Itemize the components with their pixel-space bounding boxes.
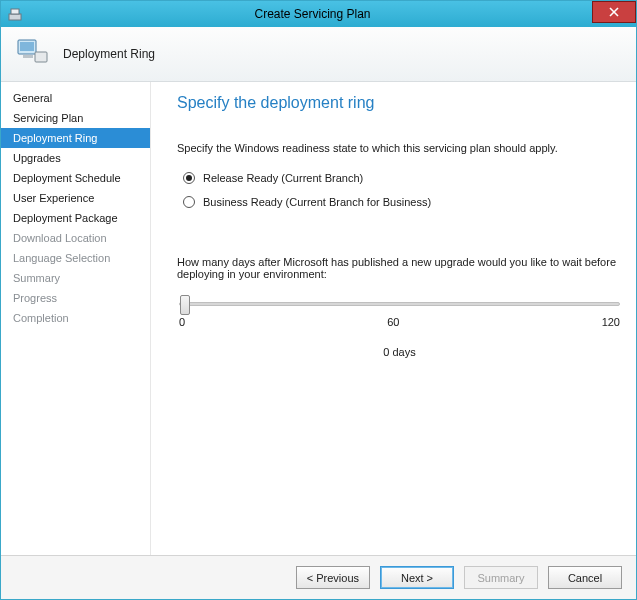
close-button[interactable] bbox=[592, 1, 636, 23]
svg-rect-0 bbox=[9, 14, 21, 20]
wizard-sidebar: General Servicing Plan Deployment Ring U… bbox=[1, 82, 151, 555]
slider-thumb[interactable] bbox=[180, 295, 190, 315]
slider-ticks: 0 60 120 bbox=[179, 316, 620, 328]
app-icon bbox=[7, 6, 23, 22]
sidebar-item-progress: Progress bbox=[1, 288, 150, 308]
sidebar-item-upgrades[interactable]: Upgrades bbox=[1, 148, 150, 168]
svg-rect-5 bbox=[20, 42, 34, 51]
slider-max: 120 bbox=[602, 316, 620, 328]
slider-min: 0 bbox=[179, 316, 185, 328]
sidebar-item-deployment-ring[interactable]: Deployment Ring bbox=[1, 128, 150, 148]
svg-rect-6 bbox=[35, 52, 47, 62]
wizard-window: Create Servicing Plan Deployment Ring Ge… bbox=[0, 0, 637, 600]
days-question: How many days after Microsoft has publis… bbox=[177, 256, 622, 280]
titlebar: Create Servicing Plan bbox=[1, 1, 636, 27]
previous-button[interactable]: < Previous bbox=[296, 566, 370, 589]
page-heading: Specify the deployment ring bbox=[177, 94, 622, 112]
svg-rect-7 bbox=[23, 55, 33, 58]
sidebar-item-language-selection: Language Selection bbox=[1, 248, 150, 268]
window-title: Create Servicing Plan bbox=[29, 7, 636, 21]
radio-label: Release Ready (Current Branch) bbox=[203, 172, 363, 184]
slider-value: 0 days bbox=[179, 346, 620, 358]
computer-icon bbox=[15, 36, 51, 72]
slider-mid: 60 bbox=[387, 316, 399, 328]
sidebar-item-summary: Summary bbox=[1, 268, 150, 288]
instruction-text: Specify the Windows readiness state to w… bbox=[177, 142, 622, 154]
wizard-main: Specify the deployment ring Specify the … bbox=[151, 82, 636, 555]
next-button[interactable]: Next > bbox=[380, 566, 454, 589]
sidebar-item-servicing-plan[interactable]: Servicing Plan bbox=[1, 108, 150, 128]
radio-icon bbox=[183, 172, 195, 184]
sidebar-item-general[interactable]: General bbox=[1, 88, 150, 108]
summary-button: Summary bbox=[464, 566, 538, 589]
radio-business-ready[interactable]: Business Ready (Current Branch for Busin… bbox=[183, 196, 622, 208]
sidebar-item-deployment-package[interactable]: Deployment Package bbox=[1, 208, 150, 228]
sidebar-item-user-experience[interactable]: User Experience bbox=[1, 188, 150, 208]
sidebar-item-deployment-schedule[interactable]: Deployment Schedule bbox=[1, 168, 150, 188]
cancel-button[interactable]: Cancel bbox=[548, 566, 622, 589]
wizard-footer: < Previous Next > Summary Cancel bbox=[1, 555, 636, 599]
slider-track bbox=[179, 302, 620, 306]
header-strip: Deployment Ring bbox=[1, 27, 636, 82]
sidebar-item-completion: Completion bbox=[1, 308, 150, 328]
radio-icon bbox=[183, 196, 195, 208]
days-slider[interactable]: 0 60 120 0 days bbox=[177, 302, 622, 358]
radio-label: Business Ready (Current Branch for Busin… bbox=[203, 196, 431, 208]
header-label: Deployment Ring bbox=[63, 47, 155, 61]
wizard-body: General Servicing Plan Deployment Ring U… bbox=[1, 82, 636, 555]
close-icon bbox=[609, 7, 619, 17]
radio-release-ready[interactable]: Release Ready (Current Branch) bbox=[183, 172, 622, 184]
sidebar-item-download-location: Download Location bbox=[1, 228, 150, 248]
svg-rect-1 bbox=[11, 9, 19, 14]
